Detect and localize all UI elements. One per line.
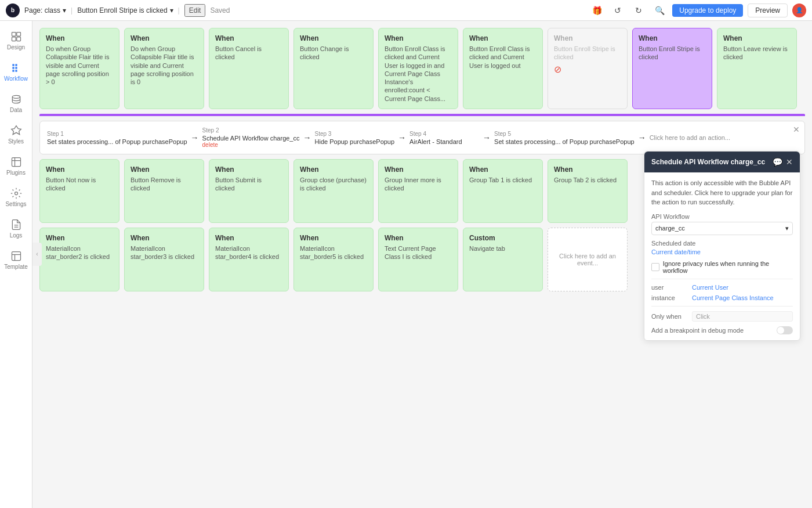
svg-point-10 bbox=[12, 95, 20, 98]
preview-button[interactable]: Preview bbox=[748, 3, 788, 17]
panel-header-icons: 💬 ✕ bbox=[773, 157, 793, 167]
page-name: Page: class bbox=[24, 6, 60, 15]
divider1 bbox=[651, 279, 793, 279]
step-desc-1: Set states processing... of Popup purcha… bbox=[47, 138, 187, 145]
card-when: When bbox=[385, 34, 452, 42]
schedule-api-panel: Schedule API Workflow charge_cc 💬 ✕ This… bbox=[644, 151, 800, 341]
undo-button[interactable]: ↺ bbox=[610, 2, 626, 19]
edit-button[interactable]: Edit bbox=[184, 4, 206, 17]
card-desc: Group close (purchase) is clicked bbox=[300, 176, 367, 193]
step-item-4[interactable]: Step 4 AirAlert - Standard bbox=[409, 131, 479, 145]
svg-rect-14 bbox=[12, 252, 20, 261]
card-when: When bbox=[215, 234, 282, 242]
workflow-card-w20[interactable]: When MaterialIcon star_border5 is clicke… bbox=[293, 228, 374, 291]
sidebar-label-logs: Logs bbox=[10, 232, 23, 239]
saved-status: Saved bbox=[210, 6, 230, 15]
privacy-rules-checkbox[interactable] bbox=[651, 263, 659, 271]
step-bar: ✕ Step 1 Set states processing... of Pop… bbox=[39, 121, 805, 154]
step-label-2: Step 2 bbox=[202, 127, 300, 134]
workflow-card-w12[interactable]: When Button Submit is clicked bbox=[209, 159, 289, 223]
workflow-card-w4[interactable]: When Button Change is clicked bbox=[293, 28, 374, 109]
panel-header: Schedule API Workflow charge_cc 💬 ✕ bbox=[644, 152, 800, 172]
workflow-card-w1[interactable]: When Do when Group Collapsible Flair tit… bbox=[39, 28, 119, 109]
card-desc: Group Tab 1 is clicked bbox=[469, 176, 536, 184]
gift-icon-button[interactable]: 🎁 bbox=[589, 2, 605, 19]
sidebar-item-design[interactable]: Design bbox=[2, 26, 30, 56]
workflow-card-w2[interactable]: When Do when Group Collapsible Flair tit… bbox=[124, 28, 204, 109]
step-bar-close-button[interactable]: ✕ bbox=[793, 125, 800, 134]
sidebar-item-logs[interactable]: Logs bbox=[2, 214, 30, 244]
workflow-selector[interactable]: Button Enroll Stripe is clicked ▾ bbox=[77, 6, 173, 15]
step-item-3[interactable]: Step 3 Hide Popup purchasePopup bbox=[315, 131, 395, 145]
panel-comment-button[interactable]: 💬 bbox=[773, 157, 782, 167]
card-desc: Button Enroll Stripe is clicked bbox=[639, 45, 706, 62]
scheduled-date-value[interactable]: Current date/time bbox=[651, 248, 793, 255]
workflow-card-w13[interactable]: When Group close (purchase) is clicked bbox=[293, 159, 374, 223]
privacy-rules-row: Ignore privacy rules when running the wo… bbox=[651, 260, 793, 274]
workflow-card-w5[interactable]: When Button Enroll Class is clicked and … bbox=[378, 28, 458, 109]
card-when: When bbox=[554, 165, 621, 174]
workflow-card-w7[interactable]: When Button Enroll Stripe is clicked ⊘ bbox=[548, 28, 628, 109]
card-when: When bbox=[639, 34, 706, 42]
card-when: When bbox=[300, 165, 367, 174]
user-value[interactable]: Current User bbox=[692, 284, 728, 291]
user-avatar[interactable]: 👤 bbox=[792, 3, 806, 17]
sidebar-item-settings[interactable]: Settings bbox=[2, 182, 30, 212]
workflow-card-w21[interactable]: When Text Current Page Class I is clicke… bbox=[378, 228, 458, 291]
card-when: When bbox=[130, 234, 198, 242]
upgrade-button[interactable]: Upgrade to deploy bbox=[672, 4, 743, 17]
workflow-card-add[interactable]: Click here to add an event... bbox=[548, 228, 628, 291]
breakpoint-toggle[interactable] bbox=[777, 326, 793, 334]
svg-rect-7 bbox=[15, 67, 17, 69]
workflow-card-w18[interactable]: When MaterialIcon star_border3 is clicke… bbox=[124, 228, 204, 291]
card-when: When bbox=[215, 34, 282, 42]
sidebar-label-template: Template bbox=[4, 264, 28, 270]
workflow-card-w3[interactable]: When Button Cancel is clicked bbox=[209, 28, 289, 109]
panel-close-button[interactable]: ✕ bbox=[786, 157, 793, 167]
step-delete-2[interactable]: delete bbox=[202, 142, 300, 148]
sidebar-collapse-button[interactable]: ‹ bbox=[32, 243, 42, 266]
workflow-card-w22[interactable]: Custom Navigate tab bbox=[463, 228, 543, 291]
scheduled-date-label: Scheduled date bbox=[651, 240, 793, 247]
svg-rect-4 bbox=[12, 64, 14, 66]
step-item-1[interactable]: Step 1 Set states processing... of Popup… bbox=[47, 131, 187, 145]
workflow-card-w10[interactable]: When Button Not now is clicked bbox=[39, 159, 119, 223]
card-desc: Group Tab 2 is clicked bbox=[554, 176, 621, 184]
step-add-button[interactable]: Click here to add an action... bbox=[650, 134, 731, 141]
redo-button[interactable]: ↻ bbox=[630, 2, 647, 19]
svg-rect-5 bbox=[15, 64, 17, 66]
only-when-value[interactable]: Click bbox=[692, 311, 793, 322]
api-workflow-value: charge_cc bbox=[655, 225, 685, 232]
svg-rect-3 bbox=[16, 37, 20, 41]
card-desc: Button Leave review is clicked bbox=[723, 45, 791, 62]
privacy-rules-label: Ignore privacy rules when running the wo… bbox=[663, 260, 793, 274]
workflow-card-w16[interactable]: When Group Tab 2 is clicked bbox=[548, 159, 628, 223]
card-desc: Button Cancel is clicked bbox=[215, 45, 282, 62]
sidebar-item-data[interactable]: Data bbox=[2, 88, 30, 118]
card-when: When bbox=[130, 165, 198, 174]
workflow-card-w19[interactable]: When MaterialIcon star_border4 is clicke… bbox=[209, 228, 289, 291]
page-selector[interactable]: Page: class ▾ bbox=[24, 6, 66, 15]
step-arrow-2: → bbox=[303, 133, 311, 142]
step-item-2[interactable]: Step 2 Schedule API Workflow charge_cc d… bbox=[202, 127, 300, 148]
workflow-card-w15[interactable]: When Group Tab 1 is clicked bbox=[463, 159, 543, 223]
workflow-card-w9[interactable]: When Button Leave review is clicked bbox=[717, 28, 797, 109]
workflow-card-w14[interactable]: When Group Inner more is clicked bbox=[378, 159, 458, 223]
step-item-5[interactable]: Step 5 Set states processing... of Popup… bbox=[494, 131, 635, 145]
no-entry-icon: ⊘ bbox=[554, 64, 621, 75]
card-desc: MaterialIcon star_border4 is clicked bbox=[215, 244, 282, 261]
sidebar-item-workflow[interactable]: Workflow bbox=[2, 57, 30, 87]
workflow-card-w17[interactable]: When MaterialIcon star_border2 is clicke… bbox=[39, 228, 119, 291]
api-workflow-select[interactable]: charge_cc ▾ bbox=[651, 222, 793, 235]
instance-value[interactable]: Current Page Class Instance bbox=[692, 294, 774, 301]
sidebar-label-data: Data bbox=[10, 107, 22, 113]
workflow-card-w6[interactable]: When Button Enroll Class is clicked and … bbox=[463, 28, 543, 109]
sidebar-item-styles[interactable]: Styles bbox=[2, 120, 30, 150]
step-label-5: Step 5 bbox=[494, 131, 635, 137]
sidebar-item-plugins[interactable]: Plugins bbox=[2, 151, 30, 181]
workflow-card-w8[interactable]: When Button Enroll Stripe is clicked bbox=[632, 28, 712, 109]
sidebar-item-template[interactable]: Template bbox=[2, 245, 30, 275]
search-button[interactable]: 🔍 bbox=[651, 2, 668, 19]
separator2: | bbox=[178, 6, 180, 15]
workflow-card-w11[interactable]: When Button Remove is clicked bbox=[124, 159, 204, 223]
